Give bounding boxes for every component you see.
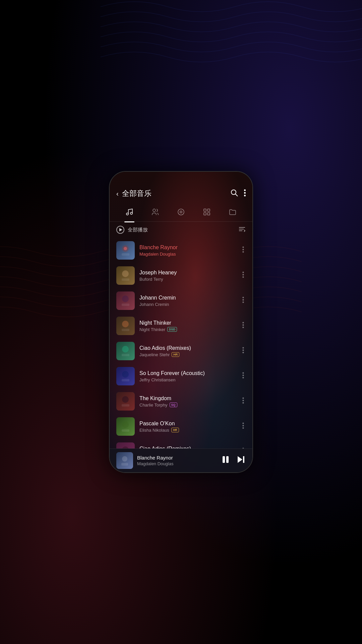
song-thumbnail (116, 342, 135, 360)
song-item[interactable]: Pascale O'Kon Elisha Nikolaus HR (110, 414, 252, 439)
search-icon[interactable] (231, 189, 238, 198)
svg-point-51 (242, 377, 244, 378)
song-item[interactable]: The Kingdom Charlie Torphy SQ (110, 389, 252, 414)
song-more-button[interactable] (241, 270, 246, 281)
song-more-button[interactable] (241, 320, 246, 332)
song-title: Pascale O'Kon (139, 421, 236, 427)
song-artist-row: Magdalen Douglas (139, 252, 236, 257)
back-button[interactable]: ‹ (116, 190, 119, 198)
svg-point-38 (242, 324, 244, 326)
svg-point-0 (231, 190, 236, 195)
song-more-button[interactable] (241, 395, 246, 407)
song-item[interactable]: Night Thinker Night Thinker DSD (110, 313, 252, 338)
header-right (231, 189, 246, 198)
song-item[interactable]: Ciao Adios (Remixes) Jaqueline Stehr HR (110, 338, 252, 364)
svg-rect-54 (122, 404, 129, 407)
song-list: Blanche Raynor Magdalen Douglas (110, 238, 252, 448)
tab-songs[interactable] (120, 206, 138, 220)
svg-point-21 (242, 251, 244, 253)
song-title: Johann Cremin (139, 295, 236, 301)
song-info: Johann Cremin Johann Cremin (139, 295, 236, 307)
song-item[interactable]: Blanche Raynor Magdalen Douglas (110, 238, 252, 263)
tab-folders[interactable] (224, 206, 242, 220)
play-all-label: 全部播放 (128, 227, 148, 233)
svg-point-26 (242, 274, 244, 275)
play-all-row[interactable]: 全部播放 (110, 222, 252, 238)
song-thumbnail (116, 241, 135, 260)
grid-icon (203, 208, 211, 218)
svg-point-6 (178, 209, 184, 215)
song-info: Ciao Adios (Remixes) Willis Osinski (139, 446, 236, 449)
svg-rect-72 (121, 463, 128, 466)
song-info: The Kingdom Charlie Torphy SQ (139, 395, 236, 408)
song-title: The Kingdom (139, 395, 236, 401)
song-item[interactable]: Ciao Adios (Remixes) Willis Osinski (110, 439, 252, 448)
now-playing-bar[interactable]: Blanche Raynor Magdalen Douglas (110, 448, 252, 472)
svg-rect-48 (122, 379, 129, 381)
song-artist-row: Jaqueline Stehr HR (139, 352, 236, 357)
song-thumbnail (116, 266, 135, 285)
song-artist: Buford Terry (139, 277, 163, 282)
tab-artists[interactable] (146, 206, 164, 220)
now-playing-thumbnail (116, 452, 133, 469)
song-more-button[interactable] (241, 421, 246, 432)
song-item[interactable]: So Long Forever (Acoustic) Jeffry Christ… (110, 364, 252, 389)
svg-rect-36 (122, 329, 129, 331)
svg-point-39 (242, 327, 244, 328)
svg-rect-8 (204, 209, 206, 211)
svg-point-23 (122, 270, 129, 277)
svg-point-29 (122, 296, 129, 302)
next-button[interactable] (236, 455, 246, 467)
song-thumbnail (116, 442, 135, 448)
svg-point-18 (124, 247, 127, 250)
song-more-button[interactable] (241, 345, 246, 357)
song-artist: Magdalen Douglas (139, 252, 176, 257)
svg-rect-74 (226, 456, 229, 463)
svg-point-2 (244, 189, 246, 191)
tab-albums[interactable] (172, 206, 190, 220)
song-more-button[interactable] (241, 370, 246, 382)
more-menu-icon[interactable] (244, 189, 246, 198)
svg-point-43 (242, 347, 244, 348)
song-item[interactable]: Joseph Heaney Buford Terry (110, 263, 252, 288)
svg-point-63 (242, 427, 244, 429)
song-title: Night Thinker (139, 320, 236, 326)
music-note-icon (125, 208, 133, 218)
svg-point-3 (244, 192, 246, 194)
song-more-button[interactable] (241, 295, 246, 307)
song-artist-row: Elisha Nikolaus HR (139, 428, 236, 433)
play-all-circle (116, 226, 124, 234)
svg-point-27 (242, 276, 244, 278)
song-artist: Jeffry Christiansen (139, 377, 175, 382)
svg-point-47 (122, 371, 129, 378)
song-artist-row: Buford Terry (139, 277, 236, 282)
song-info: Night Thinker Night Thinker DSD (139, 320, 236, 332)
svg-rect-42 (122, 354, 129, 356)
song-more-button[interactable] (241, 446, 246, 448)
song-info: Blanche Raynor Magdalen Douglas (139, 245, 236, 257)
sort-icon[interactable] (238, 226, 246, 234)
song-title: Ciao Adios (Remixes) (139, 345, 236, 351)
svg-point-45 (242, 352, 244, 353)
pause-button[interactable] (221, 455, 230, 467)
svg-point-57 (242, 402, 244, 404)
svg-rect-73 (223, 456, 225, 463)
song-more-button[interactable] (241, 245, 246, 256)
song-artist: Jaqueline Stehr (139, 352, 170, 357)
quality-badge: HR (172, 352, 179, 357)
song-artist: Charlie Torphy (139, 402, 168, 408)
svg-rect-76 (243, 456, 244, 463)
now-playing-info: Blanche Raynor Magdalen Douglas (137, 455, 217, 466)
song-title: Blanche Raynor (139, 245, 236, 251)
svg-point-20 (242, 249, 244, 250)
song-item[interactable]: Johann Cremin Johann Cremin (110, 288, 252, 313)
svg-point-71 (122, 456, 127, 462)
now-playing-title: Blanche Raynor (137, 455, 217, 461)
svg-point-25 (242, 272, 244, 273)
svg-marker-75 (238, 456, 242, 463)
song-thumbnail (116, 392, 135, 411)
tab-grid[interactable] (198, 206, 216, 220)
svg-point-5 (153, 209, 156, 212)
tab-bar (110, 204, 252, 222)
svg-point-59 (122, 421, 129, 428)
